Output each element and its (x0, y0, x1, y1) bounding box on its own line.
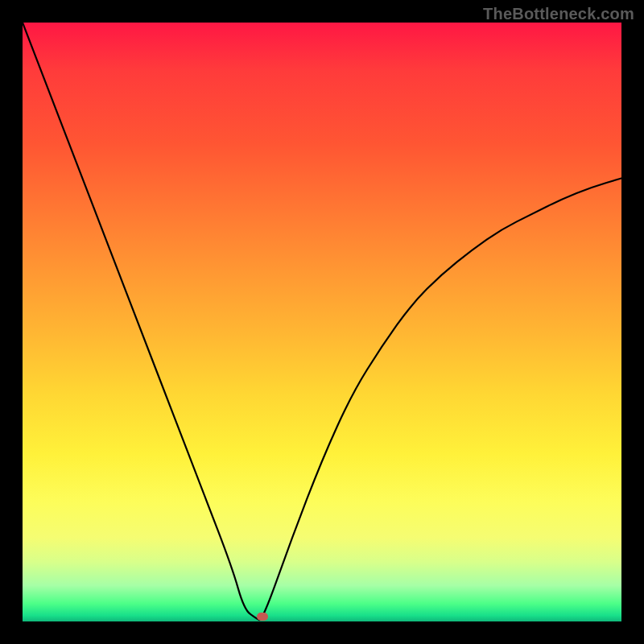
watermark-text: TheBottleneck.com (483, 5, 634, 23)
chart-frame: TheBottleneck.com (0, 0, 644, 644)
bottleneck-curve (23, 23, 621, 621)
optimal-point-marker (257, 613, 268, 621)
plot-area (23, 23, 621, 621)
